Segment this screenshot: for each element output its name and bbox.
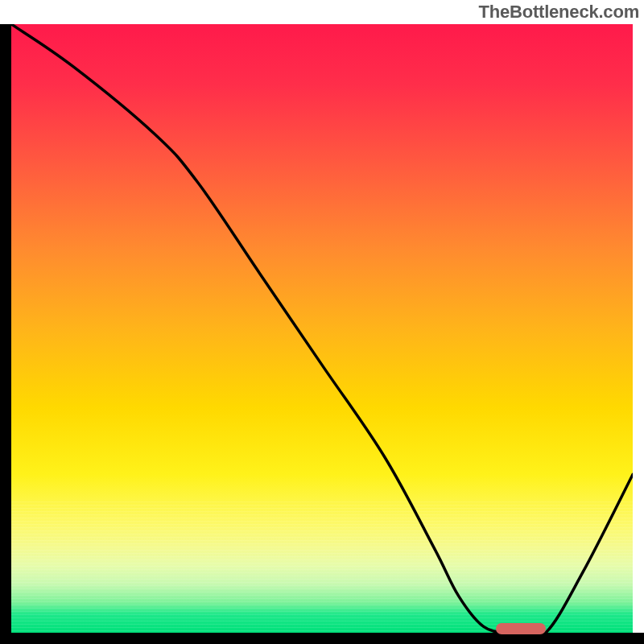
watermark-text: TheBottleneck.com [478,2,639,23]
y-axis [0,24,11,633]
x-axis [0,633,644,644]
bottleneck-curve [11,24,633,633]
optimal-range-marker [496,623,546,634]
